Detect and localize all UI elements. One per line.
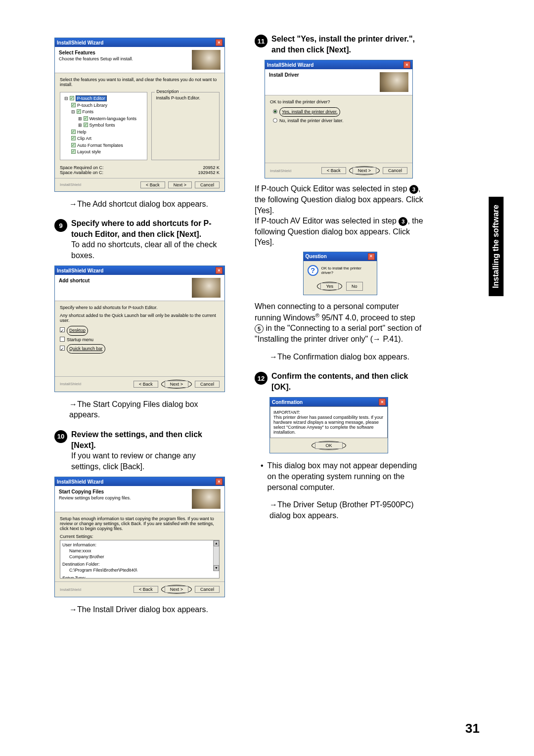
dialog-question: Question × ? OK to install the printer d…	[303, 252, 377, 295]
radio-yes[interactable]	[273, 109, 277, 114]
checkbox-desktop[interactable]	[60, 327, 65, 332]
close-icon[interactable]: ×	[216, 39, 222, 46]
dlg2-instr2: Any shortcut added to the Quick Launch b…	[60, 313, 220, 323]
dlg1-instr: Select the features you want to install,…	[60, 77, 220, 87]
question-icon: ?	[308, 265, 318, 276]
next-button[interactable]: Next >	[165, 381, 188, 388]
quick-editor-note: If P-touch Quick Editor was selected in …	[255, 183, 425, 216]
dlg2-instr1: Specify where to add shortcuts for P-tou…	[60, 305, 220, 310]
result-text: →The Confirmation dialog box appears.	[269, 352, 425, 362]
checkbox-quicklaunch[interactable]	[60, 346, 65, 351]
dlg1-header: Select Features Choose the features Setu…	[55, 47, 224, 73]
dlg3-head-sub: Review settings before copying files.	[59, 495, 131, 500]
cancel-button[interactable]: Cancel	[195, 381, 220, 388]
space-avail-label: Space Available on C:	[60, 170, 103, 175]
header-image	[192, 50, 221, 70]
space-req-label: Space Required on C:	[60, 165, 104, 170]
dlg2-title: InstallShield Wizard	[57, 268, 103, 273]
back-button[interactable]: < Back	[140, 181, 165, 188]
desc-value: Installs P-touch Editor.	[156, 95, 215, 100]
radio-no[interactable]	[273, 118, 277, 123]
section-tab: Installing the software	[489, 197, 503, 296]
next-button[interactable]: Next >	[353, 167, 376, 174]
cancel-button[interactable]: Cancel	[383, 167, 407, 174]
dlg1-head-sub: Choose the features Setup will install.	[59, 56, 133, 61]
installshield-label: InstallShield	[60, 382, 81, 386]
dialog-add-shortcut: InstallShield Wizard × Add shortcut Spec…	[54, 266, 225, 392]
opt-no-driver: No, install the printer driver later.	[279, 118, 344, 123]
result-text: →The Install Driver dialog box appears.	[69, 604, 225, 615]
back-button[interactable]: < Back	[321, 167, 346, 174]
opt-desktop: Desktop	[69, 328, 86, 333]
dlg5-title: Question	[306, 254, 327, 259]
confirmation-body: This printer driver has passed compatibi…	[273, 415, 384, 435]
result-text: →The Add shortcut dialog box appears.	[69, 199, 225, 210]
dlg1-title: InstallShield Wizard	[57, 40, 103, 45]
os-note: •This dialog box may not appear dependin…	[261, 460, 425, 492]
scrollbar[interactable]: ▲▼	[213, 540, 219, 571]
current-settings-label: Current Settings:	[60, 534, 220, 539]
step10-body: If you want to review or change any sett…	[71, 450, 225, 472]
yes-button[interactable]: Yes	[320, 283, 339, 290]
page-number: 31	[465, 721, 480, 736]
result-text: →The Start Copying Files dialog box appe…	[69, 399, 225, 420]
close-icon[interactable]: ×	[216, 267, 222, 274]
step11-instruction: Select "Yes, install the printer driver.…	[271, 34, 425, 55]
dlg3-instr: Setup has enough information to start co…	[60, 516, 220, 531]
dialog-confirmation: Confirmation × IMPORTANT: This printer d…	[269, 397, 388, 453]
important-label: IMPORTANT:	[273, 410, 384, 415]
cancel-button[interactable]: Cancel	[195, 181, 220, 188]
header-image	[192, 278, 221, 298]
step10-instruction: Review the settings, and then click [Nex…	[71, 429, 225, 450]
dlg4-head-title: Install Driver	[269, 72, 299, 78]
ok-button[interactable]: OK	[315, 442, 342, 449]
dlg3-title: InstallShield Wizard	[57, 479, 103, 485]
header-image	[192, 489, 221, 509]
step-badge-11: 11	[255, 35, 267, 47]
dialog-install-driver: InstallShield Wizard × Install Driver OK…	[265, 60, 413, 178]
step9-instruction: Specify where to add shortcuts for P-tou…	[71, 218, 225, 239]
cancel-button[interactable]: Cancel	[195, 586, 220, 593]
step-ref-icon: 3	[399, 217, 407, 226]
dlg1-titlebar: InstallShield Wizard ×	[55, 38, 224, 47]
desc-label: Description	[155, 89, 180, 94]
close-icon[interactable]: ×	[216, 478, 222, 485]
settings-textbox[interactable]: User Information: Name:xxxx Company:Brot…	[60, 540, 220, 578]
opt-yes-driver: Yes, install the printer driver.	[282, 109, 338, 114]
dlg4-prompt: OK to install the printer driver?	[270, 99, 407, 104]
back-button[interactable]: < Back	[134, 586, 158, 593]
step9-body: To add no shortcuts, clear all of the ch…	[71, 239, 225, 261]
checkbox-startup[interactable]	[60, 337, 65, 342]
dialog-start-copying: InstallShield Wizard × Start Copying Fil…	[54, 477, 225, 597]
dialog-select-features: InstallShield Wizard × Select Features C…	[54, 38, 225, 192]
next-button[interactable]: Next >	[165, 586, 188, 593]
installshield-label: InstallShield	[60, 182, 81, 187]
close-icon[interactable]: ×	[368, 253, 375, 260]
windows95-note: When connecting to a personal computer r…	[255, 301, 425, 345]
feature-tree[interactable]: ⊟ P-touch Editor P-touch Library ⊟ Fonts…	[64, 95, 143, 156]
space-avail-val: 1929452 K	[198, 170, 220, 175]
dlg2-head-title: Add shortcut	[59, 278, 89, 283]
dlg4-title: InstallShield Wizard	[267, 62, 313, 68]
av-editor-note: If P-touch AV Editor was selected in ste…	[255, 216, 425, 248]
step-circ-icon: 5	[255, 324, 264, 333]
dlg5-text: OK to install the printer driver?	[321, 266, 373, 275]
step12-instruction: Confirm the contents, and then click [OK…	[271, 371, 425, 392]
dlg6-title: Confirmation	[272, 400, 303, 405]
dlg1-head-title: Select Features	[59, 50, 133, 55]
no-button[interactable]: No	[346, 282, 363, 291]
header-image	[380, 72, 408, 92]
installshield-label: InstallShield	[270, 169, 291, 173]
close-icon[interactable]: ×	[379, 399, 386, 405]
opt-quick: Quick launch bar	[69, 346, 103, 351]
opt-startup: Startup menu	[67, 337, 93, 342]
step-badge-12: 12	[255, 372, 267, 385]
result-text: →The Driver Setup (Brother PT-9500PC) di…	[269, 499, 425, 521]
step-ref-icon: 3	[409, 185, 418, 194]
next-button[interactable]: Next >	[168, 181, 192, 188]
step-badge-10: 10	[54, 430, 67, 443]
back-button[interactable]: < Back	[134, 381, 158, 388]
close-icon[interactable]: ×	[403, 61, 410, 68]
installshield-label: InstallShield	[60, 587, 81, 592]
step-badge-9: 9	[54, 219, 67, 232]
